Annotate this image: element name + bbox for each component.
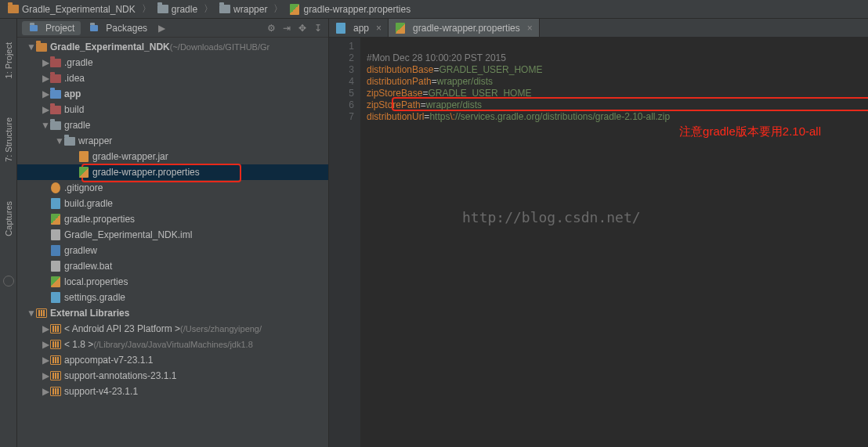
tree-row[interactable]: ▶support-annotations-23.1.1 — [17, 368, 328, 384]
tree-row[interactable]: ▶.gradle — [17, 55, 328, 70]
file-icon — [50, 229, 61, 240]
tree-row[interactable]: ▼External Libraries — [17, 305, 328, 321]
tree-row[interactable]: ▶< 1.8 > (/Library/Java/JavaVirtualMachi… — [17, 337, 328, 352]
expand-icon[interactable]: ▶ — [41, 104, 50, 115]
tree-row[interactable]: gradlew.bat — [17, 258, 328, 274]
tree-row[interactable]: ▶build — [17, 102, 328, 117]
node-label: .gitignore — [64, 182, 103, 193]
tab-label: app — [353, 23, 369, 34]
node-path: (/Users/zhangyipeng/ — [180, 324, 262, 333]
tree-row[interactable]: ▶.idea — [17, 70, 328, 86]
panel-tab[interactable]: Packages — [82, 21, 154, 35]
node-label: .idea — [64, 73, 85, 84]
annotation-text: 注意gradle版本要用2.10-all — [679, 125, 821, 137]
node-label: local.properties — [64, 276, 128, 287]
breadcrumb-item[interactable]: Gradle_Experimental_NDK — [3, 4, 140, 15]
expand-icon[interactable]: ▶ — [41, 323, 50, 334]
breadcrumb-label: gradle-wrapper.properties — [303, 4, 410, 15]
project-icon — [8, 4, 19, 15]
panel-tab[interactable]: Project — [22, 21, 81, 35]
tree-row[interactable]: gradlew — [17, 243, 328, 258]
node-label: gradle-wrapper.jar — [92, 151, 168, 162]
code-area[interactable]: 1234567 #Mon Dec 28 10:00:20 PST 2015 di… — [329, 38, 868, 447]
file-icon — [50, 386, 61, 397]
expand-icon[interactable]: ▼ — [41, 120, 50, 131]
code-value: wrapper/dists — [437, 76, 493, 87]
editor: app×gradle-wrapper.properties× 1234567 #… — [329, 19, 868, 447]
tree-row[interactable]: local.properties — [17, 274, 328, 290]
breadcrumb-item[interactable]: wrapper — [215, 4, 272, 15]
file-icon — [36, 308, 47, 319]
node-label: < 1.8 > — [64, 339, 93, 350]
expand-icon[interactable]: ▶ — [41, 339, 50, 350]
node-label: support-annotations-23.1.1 — [64, 370, 176, 381]
tab-icon — [89, 23, 99, 34]
file-icon — [50, 323, 61, 334]
file-icon — [50, 198, 61, 209]
watermark: http://blog.csdn.net/ — [462, 211, 641, 223]
gutter: 1234567 — [329, 38, 360, 447]
tree-row[interactable]: ▶support-v4-23.1.1 — [17, 384, 328, 399]
gear-icon[interactable]: ⚙ — [266, 23, 277, 34]
code-content[interactable]: #Mon Dec 28 10:00:20 PST 2015 distributi… — [360, 38, 868, 447]
hide-icon[interactable]: ↧ — [313, 23, 324, 34]
editor-tab[interactable]: gradle-wrapper.properties× — [389, 19, 540, 37]
breadcrumb-item[interactable]: gradle-wrapper.properties — [284, 4, 415, 15]
code-value: GRADLE_USER_HOME — [428, 88, 531, 99]
file-icon — [78, 151, 89, 162]
tree-row[interactable]: ▶app — [17, 86, 328, 102]
expand-icon[interactable]: ▶ — [41, 355, 50, 366]
node-label: gradle — [64, 120, 90, 131]
tree-row[interactable]: .gitignore — [17, 180, 328, 196]
tab-file-icon — [335, 23, 346, 34]
rail-item[interactable]: 1: Project — [4, 42, 13, 78]
rail-icon[interactable] — [3, 276, 14, 287]
rail-item[interactable]: Captures — [4, 201, 13, 236]
tree-row[interactable]: ▶appcompat-v7-23.1.1 — [17, 352, 328, 368]
target-icon[interactable]: ✥ — [297, 23, 308, 34]
tree-row[interactable]: build.gradle — [17, 196, 328, 211]
tree-row[interactable]: ▶< Android API 23 Platform > (/Users/zha… — [17, 321, 328, 337]
tree-row[interactable]: Gradle_Experimental_NDK.iml — [17, 227, 328, 243]
collapse-icon[interactable]: ⇥ — [281, 23, 292, 34]
expand-icon[interactable]: ▶ — [41, 370, 50, 381]
node-label: build — [64, 104, 84, 115]
expand-icon[interactable]: ▼ — [27, 41, 36, 52]
breadcrumb-item[interactable]: gradle — [153, 4, 202, 15]
expand-icon[interactable]: ▶ — [41, 88, 50, 99]
code-value: wrapper/dists — [426, 99, 482, 110]
project-panel: ProjectPackages ▶ ⚙ ⇥ ✥ ↧ ▼Gradle_Experi… — [17, 19, 329, 447]
editor-tab[interactable]: app× — [329, 19, 389, 37]
breadcrumb-label: Gradle_Experimental_NDK — [22, 4, 136, 15]
file-icon — [50, 276, 61, 287]
tree-row[interactable]: gradle-wrapper.properties — [17, 164, 328, 180]
code-value: https — [429, 111, 450, 122]
close-icon[interactable]: × — [376, 23, 382, 34]
node-label: Gradle_Experimental_NDK — [50, 41, 170, 52]
tree-row[interactable]: ▼gradle — [17, 117, 328, 133]
tree-row[interactable]: settings.gradle — [17, 290, 328, 305]
file-icon — [50, 292, 61, 303]
tree-row[interactable]: ▼wrapper — [17, 133, 328, 149]
tree-row[interactable]: gradle.properties — [17, 211, 328, 227]
expand-icon[interactable]: ▶ — [41, 57, 50, 68]
tree-row[interactable]: gradle-wrapper.jar — [17, 149, 328, 164]
expand-icon[interactable]: ▶ — [41, 386, 50, 397]
tree-row[interactable]: ▼Gradle_Experimental_NDK (~/Downloads/GI… — [17, 39, 328, 55]
expand-icon[interactable]: ▶ — [41, 73, 50, 84]
line-number: 1 — [332, 41, 354, 52]
breadcrumb-label: gradle — [172, 4, 197, 15]
expand-icon[interactable]: ▼ — [55, 135, 64, 146]
panel-dropdown-icon[interactable]: ▶ — [157, 23, 166, 34]
expand-icon[interactable]: ▼ — [27, 308, 36, 319]
node-label: .gradle — [64, 57, 93, 68]
file-icon — [64, 135, 75, 146]
close-icon[interactable]: × — [527, 23, 533, 34]
rail-item[interactable]: 7: Structure — [4, 117, 13, 162]
file-icon — [50, 182, 61, 193]
node-label: wrapper — [78, 135, 112, 146]
code-value: //services.gradle.org/distributions/grad… — [455, 111, 670, 122]
file-icon — [50, 120, 61, 131]
node-label: support-v4-23.1.1 — [64, 386, 138, 397]
breadcrumb-label: wrapper — [233, 4, 267, 15]
